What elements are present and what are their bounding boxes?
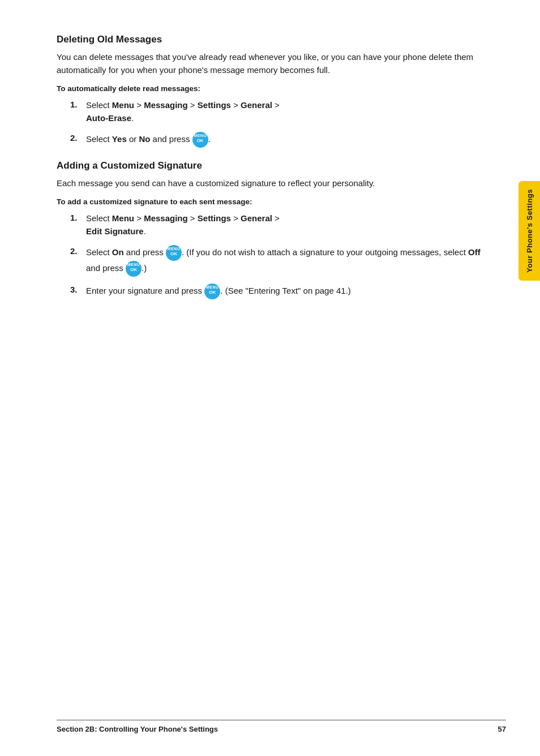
- bold-text: Menu: [112, 213, 134, 223]
- bold-text: Edit Signature: [86, 226, 144, 236]
- steps-signature: 1. Select Menu > Messaging > Settings > …: [70, 212, 495, 299]
- list-item: 3. Enter your signature and press MENUOK…: [70, 284, 495, 299]
- instruction-label-deleting: To automatically delete read messages:: [57, 84, 495, 93]
- bold-text: On: [112, 247, 124, 256]
- bold-text: Messaging: [144, 213, 188, 223]
- bold-text: Auto-Erase: [86, 113, 131, 123]
- section-adding-signature: Adding a Customized Signature Each messa…: [57, 160, 495, 299]
- menu-ok-icon: MENUOK: [126, 261, 142, 277]
- bold-text: Settings: [198, 213, 231, 223]
- menu-label: MENU: [166, 247, 182, 251]
- step-number: 2.: [70, 245, 86, 258]
- bold-text: Yes: [112, 134, 127, 143]
- menu-label: MENU: [126, 263, 142, 267]
- footer: Section 2B: Controlling Your Phone's Set…: [57, 720, 506, 733]
- list-item: 1. Select Menu > Messaging > Settings > …: [70, 98, 495, 125]
- bold-text: Settings: [198, 100, 231, 110]
- bold-text: General: [241, 100, 272, 110]
- list-item: 1. Select Menu > Messaging > Settings > …: [70, 212, 495, 238]
- bold-text: No: [139, 134, 150, 143]
- ok-label: OK: [204, 290, 220, 295]
- body-text-signature: Each message you send can have a customi…: [57, 177, 495, 190]
- ok-label: OK: [192, 138, 208, 144]
- step-content: Select Yes or No and press MENUOK.: [86, 132, 495, 148]
- step-number: 1.: [70, 212, 86, 225]
- step-content: Select Menu > Messaging > Settings > Gen…: [86, 212, 495, 238]
- footer-section-label: Section 2B: Controlling Your Phone's Set…: [57, 725, 218, 733]
- ok-label: OK: [166, 251, 182, 257]
- side-tab-label: Your Phone's Settings: [525, 189, 534, 273]
- menu-ok-icon: MENUOK: [166, 245, 182, 261]
- steps-deleting: 1. Select Menu > Messaging > Settings > …: [70, 98, 495, 148]
- step-number: 3.: [70, 284, 86, 297]
- footer-page-number: 57: [498, 725, 506, 733]
- bold-text: Off: [468, 247, 481, 256]
- bold-text: General: [241, 213, 272, 223]
- step-content: Select Menu > Messaging > Settings > Gen…: [86, 98, 495, 125]
- step-content: Enter your signature and press MENUOK. (…: [86, 284, 495, 299]
- side-tab: Your Phone's Settings: [518, 181, 540, 281]
- bold-text: Menu: [112, 100, 134, 110]
- step-number: 2.: [70, 132, 86, 145]
- menu-label: MENU: [192, 134, 208, 138]
- list-item: 2. Select Yes or No and press MENUOK.: [70, 132, 495, 148]
- section-deleting-old-messages: Deleting Old Messages You can delete mes…: [57, 34, 495, 148]
- instruction-label-signature: To add a customized signature to each se…: [57, 197, 495, 206]
- body-text-deleting: You can delete messages that you've alre…: [57, 51, 495, 76]
- page: Your Phone's Settings Deleting Old Messa…: [0, 0, 540, 756]
- step-number: 1.: [70, 98, 86, 111]
- menu-label: MENU: [204, 285, 220, 290]
- menu-ok-icon: MENUOK: [204, 284, 220, 299]
- section-heading-deleting: Deleting Old Messages: [57, 34, 495, 45]
- ok-label: OK: [126, 267, 142, 273]
- section-heading-signature: Adding a Customized Signature: [57, 160, 495, 171]
- bold-text: Messaging: [144, 100, 188, 110]
- step-content: Select On and press MENUOK. (If you do n…: [86, 245, 495, 277]
- menu-ok-icon: MENUOK: [192, 132, 208, 148]
- list-item: 2. Select On and press MENUOK. (If you d…: [70, 245, 495, 277]
